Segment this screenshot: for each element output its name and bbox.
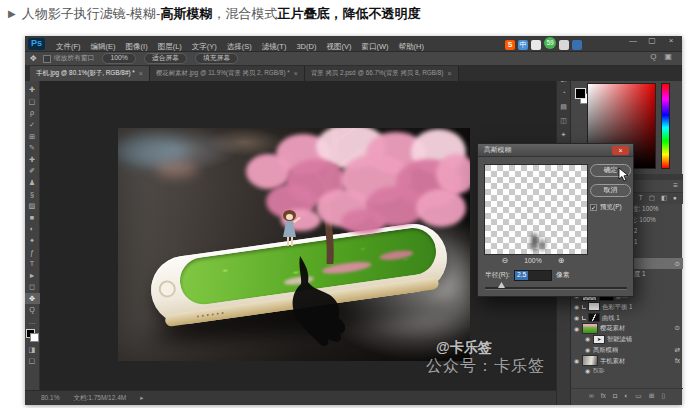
- preview-checkbox[interactable]: ✓: [590, 204, 597, 211]
- notification-badge[interactable]: 59: [544, 37, 556, 49]
- menu-item[interactable]: 编辑(E): [86, 42, 121, 51]
- layers-footer-icon[interactable]: ▯: [661, 393, 665, 400]
- menu-item[interactable]: 滤镜(T): [257, 42, 292, 51]
- layers-footer-icon[interactable]: ▭: [635, 393, 641, 400]
- layer-thumbnail[interactable]: ➤: [593, 335, 605, 344]
- lasso-tool[interactable]: ρ: [25, 107, 40, 119]
- zoom-tool[interactable]: Q: [25, 304, 40, 316]
- layer-row[interactable]: ◉樱花素材⊙: [571, 323, 683, 334]
- menu-item[interactable]: 窗口(W): [356, 42, 393, 51]
- quick-select-tool[interactable]: ✓: [25, 119, 40, 131]
- search-icon[interactable]: Q: [650, 53, 656, 61]
- zoom-all-windows-checkbox[interactable]: [43, 55, 51, 63]
- layer-right-icon[interactable]: ⊙: [675, 261, 680, 268]
- layers-footer-icon[interactable]: ∞: [589, 393, 594, 400]
- eye-icon[interactable]: ◉: [574, 304, 580, 310]
- minimize-button[interactable]: —: [628, 37, 638, 45]
- tray-icon[interactable]: [531, 40, 541, 50]
- menu-item[interactable]: 图层(L): [153, 42, 187, 51]
- layer-thumbnail[interactable]: [582, 323, 598, 334]
- toolbar-bottom-icon[interactable]: ▢: [25, 355, 40, 367]
- layers-footer-icon[interactable]: ⊞: [649, 393, 655, 400]
- eye-icon[interactable]: ◉: [585, 347, 591, 353]
- cancel-button[interactable]: 取消: [590, 184, 631, 197]
- gradient-tool[interactable]: ■: [25, 212, 40, 224]
- background-color[interactable]: [30, 333, 39, 342]
- tray-icon[interactable]: [572, 40, 582, 50]
- menu-item[interactable]: 选择(S): [222, 42, 257, 51]
- fit-screen-button[interactable]: 适合屏幕: [144, 53, 187, 64]
- layer-thumbnail[interactable]: [588, 313, 600, 322]
- layer-row[interactable]: ◉手机素材fx: [571, 356, 683, 367]
- type-tool[interactable]: T: [25, 258, 40, 270]
- pen-tool[interactable]: ƒ: [25, 246, 40, 258]
- eye-icon[interactable]: ◉: [574, 326, 580, 332]
- menu-item[interactable]: 视图(V): [321, 42, 356, 51]
- crop-tool[interactable]: ⊞: [25, 130, 40, 142]
- slider-handle[interactable]: [498, 282, 505, 288]
- document-tab[interactable]: 手机.jpg @ 80.1%(影子, RGB/8#) *×: [30, 66, 150, 81]
- brush-tool[interactable]: ✐: [25, 165, 40, 177]
- layer-thumbnail[interactable]: [588, 302, 600, 311]
- menu-item[interactable]: 帮助(H): [394, 42, 429, 51]
- healing-brush-tool[interactable]: ✚: [25, 154, 40, 166]
- eye-icon[interactable]: ◉: [585, 368, 591, 374]
- radius-slider[interactable]: [485, 287, 627, 290]
- radius-input[interactable]: 2.5: [514, 270, 552, 281]
- hand-tool[interactable]: ✥: [25, 293, 40, 305]
- tab-close-icon[interactable]: ×: [447, 70, 451, 77]
- sogou-icon[interactable]: S: [505, 40, 515, 50]
- collapsed-panel-icon[interactable]: ◔: [561, 89, 565, 96]
- layers-footer-icon[interactable]: fx: [601, 393, 606, 400]
- collapsed-panel-icon[interactable]: ◫: [560, 117, 567, 124]
- zoom-100-button[interactable]: 100%: [102, 53, 135, 64]
- more-tools[interactable]: …: [25, 316, 40, 328]
- dialog-title-bar[interactable]: 高斯模糊 ×: [478, 144, 633, 157]
- menu-item[interactable]: 3D(D): [291, 42, 321, 51]
- layer-row[interactable]: ◉曲线 1: [571, 312, 683, 323]
- layer-filter-icon[interactable]: ▢: [649, 195, 655, 202]
- ime-icon[interactable]: 中: [518, 40, 528, 50]
- layer-filter-icon[interactable]: T: [639, 195, 643, 202]
- menu-item[interactable]: 图像(I): [121, 42, 153, 51]
- layer-row[interactable]: ◉色彩平衡 1: [571, 302, 683, 313]
- eraser-tool[interactable]: ▨: [25, 200, 40, 212]
- layer-filter-icon[interactable]: ◧: [661, 195, 667, 202]
- toolbar-bottom-icon[interactable]: ◨: [25, 343, 40, 355]
- eye-icon[interactable]: ◉: [585, 336, 591, 342]
- eyedropper-tool[interactable]: ✎: [25, 142, 40, 154]
- collapsed-panel-icon[interactable]: ▤: [560, 103, 567, 110]
- shape-tool[interactable]: ◻: [25, 281, 40, 293]
- zoom-out-icon[interactable]: ⊖: [502, 257, 509, 265]
- color-swatches[interactable]: [26, 329, 39, 343]
- blur-tool[interactable]: ◐: [25, 223, 40, 235]
- hue-strip[interactable]: [661, 83, 670, 169]
- menu-item[interactable]: 文件(F): [51, 42, 86, 51]
- layers-panel-menu-icon[interactable]: ≡: [673, 182, 678, 190]
- layer-row[interactable]: ◉➤智能滤镜: [571, 334, 683, 345]
- status-arrow-icon[interactable]: ▸: [140, 395, 143, 402]
- layer-filter-icon[interactable]: ●: [673, 195, 677, 202]
- dialog-close-button[interactable]: ×: [612, 146, 629, 155]
- layers-footer-icon[interactable]: ◘: [613, 393, 617, 400]
- layer-thumbnail[interactable]: [582, 355, 598, 366]
- workspace-switch-icon[interactable]: ▣: [664, 53, 672, 61]
- tab-close-icon[interactable]: ×: [294, 70, 298, 77]
- menu-item[interactable]: 文字(Y): [187, 42, 222, 51]
- zoom-level[interactable]: 80.1%: [41, 395, 59, 402]
- layer-row[interactable]: ◉投影: [571, 366, 683, 375]
- document-tab[interactable]: 樱花树素材.jpg @ 11.9%(背景 拷贝 2, RGB/8) *×: [150, 66, 305, 81]
- history-brush-tool[interactable]: §: [25, 188, 40, 200]
- layer-right-icon[interactable]: ⊙: [675, 325, 680, 332]
- layer-row[interactable]: ◉高斯模糊⇄: [571, 345, 683, 356]
- close-button[interactable]: ×: [666, 37, 676, 45]
- path-select-tool[interactable]: ►: [25, 270, 40, 282]
- eye-icon[interactable]: ◉: [574, 358, 580, 364]
- dodge-tool[interactable]: ✦: [25, 235, 40, 247]
- clone-stamp-tool[interactable]: ♟: [25, 177, 40, 189]
- blur-preview-box[interactable]: [484, 164, 588, 255]
- move-tool[interactable]: ✚: [25, 84, 40, 96]
- layers-footer-icon[interactable]: ◐: [624, 393, 628, 400]
- fill-screen-button[interactable]: 填充屏幕: [195, 53, 238, 64]
- layer-right-icon[interactable]: ⇄: [675, 347, 680, 354]
